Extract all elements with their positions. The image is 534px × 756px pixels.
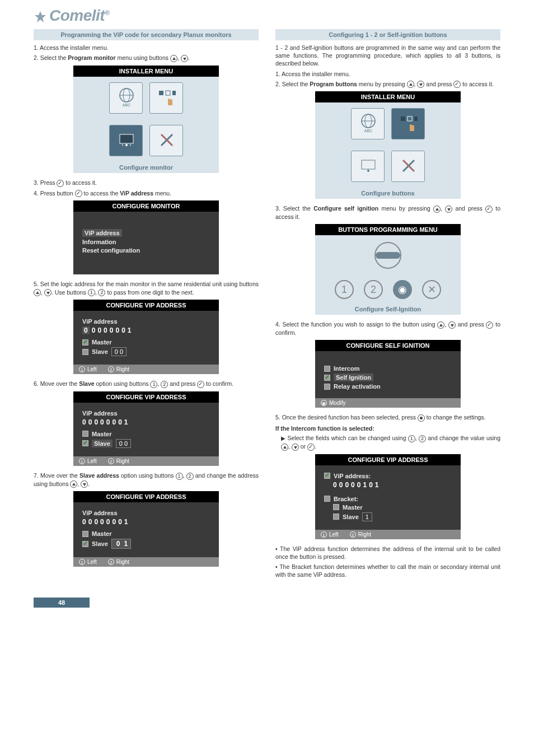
up-icon [437, 321, 444, 329]
screen-caption: Configure Self-Ignition [315, 304, 461, 312]
svg-rect-17 [401, 116, 405, 121]
slave-digits: 0 0 [115, 348, 123, 355]
foot-left: Left [87, 366, 97, 372]
master-label: Master [92, 339, 111, 346]
left-step4: 4. Press button to access the ViP addres… [34, 189, 259, 198]
down-icon [417, 81, 424, 88]
foot-1-icon: 1 [321, 531, 327, 538]
left-header: Programming the ViP code for secondary P… [34, 29, 259, 40]
left-column: Programming the ViP code for secondary P… [34, 29, 259, 581]
intercom-label: Intercom [334, 365, 359, 372]
svg-point-8 [125, 144, 128, 146]
vip-digits: 00000101 [324, 481, 452, 489]
btn-dot-icon: ◉ [393, 280, 412, 299]
right-step5: 5. Once the desired function has been se… [275, 413, 500, 422]
svg-point-9 [122, 144, 123, 146]
slave-checkbox [82, 440, 88, 446]
btn-1-icon: 1 [335, 280, 354, 299]
cfg-self-ignition: CONFIGURE SELF IGNITION Intercom Self Ig… [315, 340, 461, 408]
foot-right: Right [116, 458, 129, 464]
check-icon [57, 180, 64, 187]
check-icon [307, 444, 315, 451]
foot-left: Left [87, 458, 97, 464]
dot-icon [418, 414, 425, 422]
svg-rect-7 [120, 134, 133, 143]
foot-modify: Modify [329, 400, 345, 406]
right-step4: 4. Select the function you wish to assig… [275, 320, 500, 337]
right-step2: 2. Select the Program buttons menu by pr… [275, 80, 500, 88]
tile-touch [391, 108, 425, 139]
bracket-label: Bracket: [334, 496, 358, 502]
slave-label: Slave [92, 348, 108, 355]
master-label: Master [92, 530, 111, 537]
tile-monitor [351, 151, 385, 182]
master-label: Master [92, 431, 111, 437]
svg-point-10 [130, 144, 131, 146]
right-intro: 1 - 2 and Self-ignition buttons are prog… [275, 44, 500, 68]
down-icon [44, 289, 51, 296]
foot-1-icon: 1 [79, 366, 85, 372]
cfg-vip-2: CONFIGURE VIP ADDRESS ViP address 000000… [73, 391, 219, 466]
screen-title: CONFIGURE VIP ADDRESS [73, 391, 219, 403]
right-bullet2: • The Bracket function determines whethe… [275, 563, 500, 578]
down-icon [181, 55, 188, 62]
triangle-right-icon: ▶ [281, 435, 285, 441]
screen-title: CONFIGURE VIP ADDRESS [73, 491, 219, 502]
bracket-checkbox [324, 496, 330, 502]
left-step7: 7. Move over the Slave address option us… [34, 472, 259, 488]
svg-rect-5 [166, 91, 170, 95]
foot-2-icon: 2 [108, 458, 114, 464]
up-icon [70, 480, 77, 488]
relay-label: Relay activation [334, 383, 381, 390]
right-header: Configuring 1 - 2 or Self-ignition butto… [275, 29, 500, 40]
up-icon [170, 55, 177, 62]
down-icon [292, 444, 299, 451]
tile-touch [149, 82, 183, 114]
foot-2-icon: 2 [108, 366, 114, 372]
slave-label: Slave [92, 540, 108, 547]
screen-title: INSTALLER MENU [315, 91, 461, 102]
selfignition-label: Self Ignition [334, 374, 373, 381]
down-icon [445, 206, 452, 213]
screen-caption: Configure monitor [73, 162, 219, 171]
left-step1: 1. Access the installer menu. [34, 44, 259, 52]
menu-item-info: Information [82, 239, 116, 245]
check-icon [485, 206, 493, 213]
left-step2: 2. Select the Program monitor menu using… [34, 54, 259, 62]
num2-icon [186, 473, 194, 480]
screen-title: BUTTONS PROGRAMMING MENU [315, 224, 461, 235]
menu-item-reset: Reset configuration [82, 247, 140, 254]
up-icon [281, 444, 288, 451]
foot-left: Left [87, 559, 97, 565]
num2-icon [419, 435, 426, 442]
slave-label: Slave [92, 440, 113, 447]
intercom-checkbox [324, 366, 330, 372]
configure-monitor-screen: CONFIGURE MONITOR ViP address Informatio… [73, 200, 219, 274]
foot-right: Right [358, 531, 371, 538]
vip-digits: 00000001 [82, 418, 210, 426]
screen-title: CONFIGURE MONITOR [73, 200, 219, 212]
vip-checkbox [324, 473, 330, 479]
svg-rect-20 [362, 160, 375, 169]
svg-text:ABC: ABC [123, 103, 130, 107]
check-icon [75, 190, 82, 197]
right-column: Configuring 1 - 2 or Self-ignition butto… [275, 29, 500, 581]
page-number: 48 [34, 598, 90, 608]
num1-icon [150, 381, 157, 388]
up-icon [433, 206, 441, 213]
check-icon [197, 381, 204, 388]
tile-language: ABC [351, 108, 385, 139]
num1-icon [408, 435, 415, 442]
master-label: Master [343, 504, 362, 511]
menu-item-vip: ViP address [82, 229, 122, 237]
foot-2-icon: 2 [350, 531, 356, 538]
vip-address-label: ViP address [82, 318, 118, 325]
vip-address-label: ViP address [82, 410, 118, 417]
svg-rect-6 [172, 91, 176, 95]
cfg-vip-right: CONFIGURE VIP ADDRESS ViP address: 00000… [315, 454, 461, 539]
foot-dot-icon: ◉ [321, 400, 327, 406]
up-icon [407, 81, 414, 88]
num1-icon [88, 289, 95, 296]
svg-point-21 [367, 170, 369, 172]
btn-2-icon: 2 [364, 280, 383, 299]
